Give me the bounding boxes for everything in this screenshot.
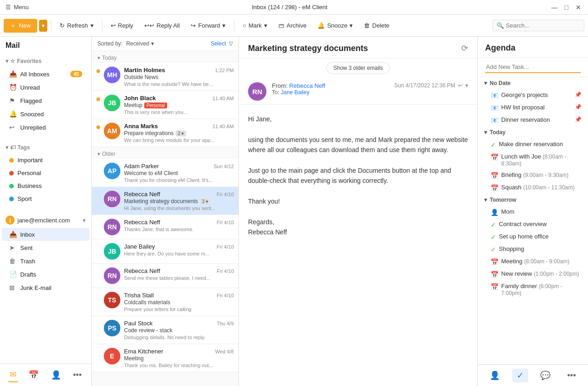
sidebar-item-all-inboxes[interactable]: 📥 All Inboxes 45 bbox=[2, 68, 90, 80]
minimize-button[interactable]: — bbox=[550, 3, 559, 11]
tags-header[interactable]: ▾ 🏷 Tags bbox=[0, 142, 91, 153]
forward-button[interactable]: ↪ Forward ▾ bbox=[186, 20, 230, 31]
sent-icon: ➤ bbox=[9, 244, 17, 251]
more-options-icon[interactable]: ▾ bbox=[465, 82, 468, 89]
filter-icon[interactable]: ▽ bbox=[229, 40, 233, 47]
no-date-section-header[interactable]: ▾ No Date bbox=[478, 77, 588, 89]
drafts-label: Drafts bbox=[20, 271, 82, 278]
agenda-more-button[interactable]: ••• bbox=[563, 369, 581, 382]
reply-button[interactable]: ↩ Reply bbox=[106, 20, 138, 31]
calendar-nav-button[interactable]: 📅 bbox=[27, 368, 40, 382]
mail-nav-button[interactable]: ✉ bbox=[8, 368, 18, 382]
sidebar-item-personal[interactable]: Personal bbox=[2, 167, 90, 179]
agenda-item[interactable]: 📅 Family dinner (6:00pm - 7:00pm) bbox=[478, 280, 588, 299]
email-item[interactable]: TS Trisha Stall Fri 4/10 Coldcalls mater… bbox=[92, 288, 238, 316]
reply-all-button[interactable]: ↩↩ Reply All bbox=[140, 20, 185, 31]
agenda-item[interactable]: 📅 Briefing (9:00am - 9:30am) bbox=[478, 169, 588, 182]
email-item[interactable]: JB Jane Bailey Fri 4/10 Here they are. D… bbox=[92, 239, 238, 264]
chevron-icon-today: ▾ bbox=[484, 129, 487, 136]
email-item[interactable]: JB John Black 11:40 AM Meetup Personal T… bbox=[92, 91, 238, 119]
agenda-item[interactable]: ✓ Set up home office bbox=[478, 231, 588, 243]
account-item[interactable]: j jane@emclient.com ▾ bbox=[0, 213, 91, 227]
agenda-item[interactable]: 📧 HW list proposal 📌 bbox=[478, 102, 588, 114]
sidebar-item-flagged[interactable]: ⚑ Flagged bbox=[2, 94, 90, 107]
from-link[interactable]: Rebecca Neff bbox=[289, 82, 326, 89]
sidebar-item-snoozed[interactable]: 🔔 Snoozed bbox=[2, 108, 90, 120]
sidebar-item-important[interactable]: Important bbox=[2, 154, 90, 166]
search-box[interactable]: 🔍 bbox=[492, 20, 584, 31]
delete-button[interactable]: 🗑 Delete bbox=[359, 20, 394, 31]
agenda-item[interactable]: ✓ Contract overview bbox=[478, 218, 588, 231]
sidebar-item-junk[interactable]: ⊠ Junk E-mail bbox=[2, 281, 90, 294]
email-item[interactable]: PS Paul Stock Thu 4/9 Code review - stac… bbox=[92, 316, 238, 344]
junk-label: Junk E-mail bbox=[20, 284, 82, 291]
email-item[interactable]: AM Anna Marks 11:40 AM Prepare integrati… bbox=[92, 119, 238, 147]
agenda-item[interactable]: ✓ Make dinner reservation bbox=[478, 138, 588, 151]
agenda-title: Agenda bbox=[478, 37, 588, 58]
show-older-button[interactable]: Show 3 older emails bbox=[326, 62, 390, 74]
email-time: 1:22 PM bbox=[215, 68, 234, 73]
tag-badge: Personal bbox=[144, 102, 167, 108]
calendar-icon: 📅 bbox=[491, 153, 498, 161]
sidebar-item-sent[interactable]: ➤ Sent bbox=[2, 241, 90, 254]
agenda-chat-button[interactable]: 💬 bbox=[536, 369, 555, 382]
new-dropdown-button[interactable]: ▾ bbox=[39, 20, 47, 32]
refresh-button[interactable]: ↻ Refresh ▾ bbox=[55, 20, 98, 31]
sort-field[interactable]: Received ▾ bbox=[126, 40, 154, 47]
email-options-button[interactable]: ⟳ bbox=[461, 43, 468, 53]
sidebar-item-trash[interactable]: 🗑 Trash bbox=[2, 255, 90, 267]
agenda-contact-button[interactable]: 👤 bbox=[485, 369, 504, 382]
agenda-item[interactable]: 📧 George's projects 📌 bbox=[478, 89, 588, 102]
email-item[interactable]: MH Martin Holmes 1:22 PM Outside News Wh… bbox=[92, 63, 238, 91]
add-task-input[interactable] bbox=[485, 62, 581, 73]
agenda-item[interactable]: 👤 Mom bbox=[478, 206, 588, 218]
important-label: Important bbox=[17, 157, 82, 164]
agenda-item[interactable]: 📅 Lunch with Joe (8:00am - 8:30am) bbox=[478, 151, 588, 169]
agenda-item[interactable]: 📧 Dinner reservation 📌 bbox=[478, 114, 588, 126]
sidebar-item-unreplied[interactable]: ↩ Unreplied bbox=[2, 121, 90, 134]
agenda-check-button[interactable]: ✓ bbox=[512, 369, 528, 382]
check-icon: ✓ bbox=[491, 141, 496, 148]
close-button[interactable]: ✕ bbox=[574, 3, 582, 11]
email-content: Rebecca Neff Fri 4/10 Marketing strategy… bbox=[124, 191, 234, 211]
sidebar-item-inbox[interactable]: 📥 Inbox bbox=[2, 228, 90, 241]
sidebar-item-business[interactable]: Business bbox=[2, 180, 90, 192]
avatar: RN bbox=[104, 267, 120, 284]
today-section-header[interactable]: ▾ Today bbox=[478, 126, 588, 138]
contacts-nav-button[interactable]: 👤 bbox=[49, 368, 63, 382]
email-item[interactable]: RN Rebecca Neff Fri 4/10 Thanks Jane, th… bbox=[92, 215, 238, 239]
email-item-selected[interactable]: RN Rebecca Neff Fri 4/10 Marketing strat… bbox=[92, 187, 238, 215]
email-item[interactable]: E Ema Kitchener Wed 4/8 Meeting Thank yo… bbox=[92, 344, 238, 372]
search-input[interactable] bbox=[506, 22, 580, 29]
agenda-item[interactable]: 📅 New review (1:00pm - 2:00pm) bbox=[478, 268, 588, 280]
new-button[interactable]: ＋ New bbox=[4, 19, 37, 33]
sidebar-item-sport[interactable]: Sport bbox=[2, 193, 90, 205]
agenda-item[interactable]: ✓ Shopping bbox=[478, 243, 588, 255]
agenda-item[interactable]: 📅 Squash (10:00am - 11:30am) bbox=[478, 182, 588, 194]
email-item[interactable]: RN Rebecca Neff Fri 4/10 Send me these t… bbox=[92, 264, 238, 288]
more-nav-button[interactable]: ••• bbox=[71, 369, 84, 382]
email-preview: What is the new outside? We have be... bbox=[124, 81, 234, 87]
clock-icon: ⏰ bbox=[9, 84, 17, 91]
tomorrow-section-header[interactable]: ▾ Tomorrow bbox=[478, 194, 588, 206]
email-item[interactable]: AP Adam Parker Sun 4/12 Welcome to eM Cl… bbox=[92, 159, 238, 187]
mark-button[interactable]: ○ Mark ▾ bbox=[238, 20, 272, 31]
email-time: Fri 4/10 bbox=[217, 244, 234, 250]
snooze-button[interactable]: 🔔 Snooze ▾ bbox=[313, 20, 357, 31]
select-button[interactable]: Select bbox=[211, 40, 226, 47]
menu-label[interactable]: Menu bbox=[14, 4, 29, 11]
to-link[interactable]: Jane Bailey bbox=[281, 89, 309, 96]
reply-icon-meta[interactable]: ↩ bbox=[458, 82, 463, 89]
sidebar-item-unread[interactable]: ⏰ Unread bbox=[2, 81, 90, 94]
maximize-button[interactable]: □ bbox=[562, 3, 571, 11]
agenda-item-text: Make dinner reservation bbox=[499, 141, 582, 148]
email-preview: Send me these tables please, I need... bbox=[124, 275, 234, 281]
archive-button[interactable]: 🗃 Archive bbox=[274, 20, 311, 31]
sender-avatar: RN bbox=[248, 82, 266, 101]
agenda-add-task[interactable] bbox=[478, 58, 588, 77]
agenda-item[interactable]: 📅 Meeting (8:00am - 9:00am) bbox=[478, 255, 588, 268]
all-inboxes-label: All Inboxes bbox=[20, 71, 67, 78]
sidebar-item-drafts[interactable]: 📄 Drafts bbox=[2, 268, 90, 281]
favorites-header[interactable]: ▾ ☆ Favorites bbox=[0, 55, 91, 67]
agenda-panel: Agenda ▾ No Date 📧 George's projects 📌 📧… bbox=[478, 37, 588, 386]
